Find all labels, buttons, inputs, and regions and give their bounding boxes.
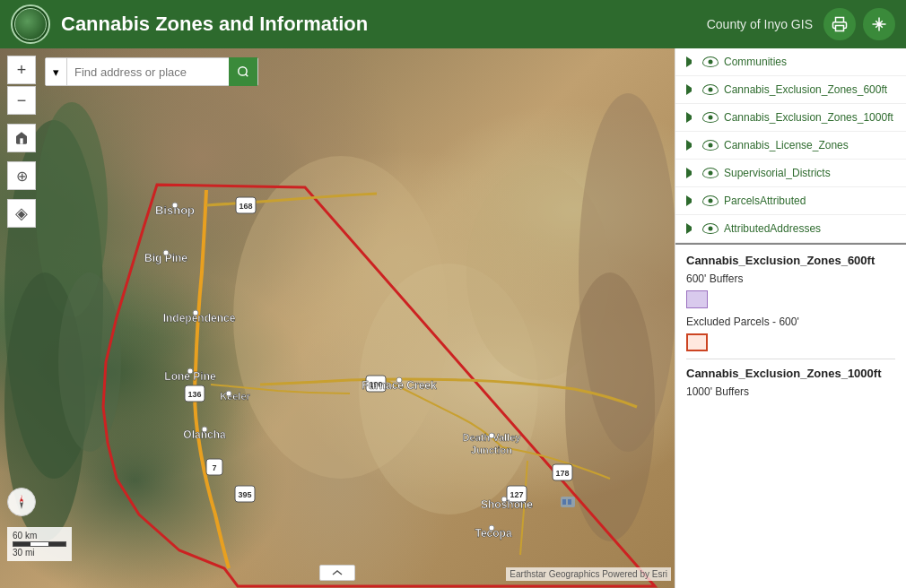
- legend-item-excluded600: [686, 333, 895, 351]
- svg-text:168: 168: [239, 202, 252, 211]
- layer-name-supervisorial: Supervisorial_Districts: [724, 167, 831, 179]
- layer-name-license: Cannabis_License_Zones: [724, 139, 849, 151]
- svg-text:7: 7: [212, 463, 216, 472]
- layer-visibility-icon: [702, 112, 719, 123]
- map-area[interactable]: 136 395 168 190 178 127 7 Bishop Big Pin…: [0, 48, 675, 588]
- scale-bar: 60 km 30 mi: [7, 527, 72, 561]
- layer-expand-icon: [686, 84, 697, 95]
- legend-excluded600-label: Excluded Parcels - 600': [686, 316, 895, 328]
- print-button[interactable]: [823, 8, 856, 40]
- svg-text:136: 136: [187, 390, 201, 399]
- layer-visibility-icon: [702, 56, 719, 67]
- measure-button[interactable]: [863, 8, 895, 40]
- legend-swatch-red-outline: [686, 333, 708, 351]
- header-actions: [823, 8, 895, 40]
- app-logo: [11, 4, 50, 44]
- north-arrow: N: [7, 488, 36, 516]
- svg-rect-0: [836, 26, 844, 31]
- svg-text:395: 395: [238, 490, 251, 499]
- layer-name-communities: Communities: [724, 56, 787, 68]
- zoom-in-button[interactable]: +: [7, 56, 36, 84]
- svg-line-50: [246, 74, 248, 77]
- svg-point-42: [396, 377, 402, 383]
- zoom-out-button[interactable]: −: [7, 86, 36, 115]
- logo-seal: [14, 8, 47, 40]
- layer-name-exclusion600: Cannabis_Exclusion_Zones_600ft: [724, 83, 887, 96]
- layer-expand-icon: [686, 223, 697, 234]
- layer-item-license[interactable]: Cannabis_License_Zones: [675, 132, 906, 160]
- legend-panel: Cannabis_Exclusion_Zones_600ft 600' Buff…: [675, 245, 906, 588]
- layer-visibility-icon: [702, 223, 719, 234]
- layer-item-addresses[interactable]: AttributedAddresses: [675, 215, 906, 243]
- svg-point-36: [172, 203, 178, 208]
- layer-item-supervisorial[interactable]: Supervisorial_Districts: [675, 160, 906, 187]
- svg-point-39: [187, 368, 193, 374]
- scale-mi-label: 30 mi: [13, 548, 66, 558]
- search-bar: ▾: [45, 57, 258, 86]
- svg-point-44: [501, 497, 507, 502]
- main-layout: 136 395 168 190 178 127 7 Bishop Big Pin…: [0, 48, 906, 588]
- svg-text:178: 178: [555, 469, 569, 478]
- layer-visibility-icon: [702, 140, 719, 151]
- svg-text:N: N: [20, 495, 23, 500]
- compass-button[interactable]: ◈: [7, 199, 36, 228]
- svg-text:Independence: Independence: [163, 312, 236, 324]
- svg-point-40: [226, 391, 231, 396]
- legend-swatch-purple: [686, 290, 708, 308]
- layer-visibility-icon: [702, 168, 719, 178]
- scale-km-label: 60 km: [13, 531, 66, 540]
- search-button[interactable]: [229, 57, 257, 86]
- svg-rect-48: [568, 499, 571, 505]
- map-overlay: 136 395 168 190 178 127 7 Bishop Big Pin…: [0, 48, 675, 588]
- svg-point-49: [239, 67, 247, 75]
- layer-expand-icon: [686, 56, 697, 67]
- chevron-down-icon: ▾: [53, 65, 59, 79]
- locate-button[interactable]: ⊕: [7, 161, 36, 190]
- svg-point-45: [489, 525, 494, 531]
- layer-list: Communities Cannabis_Exclusion_Zones_600…: [675, 48, 906, 245]
- legend-item-buffers600: [686, 290, 895, 308]
- layer-expand-icon: [686, 168, 697, 178]
- layer-item-exclusion1000[interactable]: Cannabis_Exclusion_Zones_1000ft: [675, 104, 906, 132]
- layer-expand-icon: [686, 140, 697, 151]
- svg-rect-47: [562, 499, 566, 505]
- layer-item-communities[interactable]: Communities: [675, 48, 906, 76]
- layer-item-exclusion600[interactable]: Cannabis_Exclusion_Zones_600ft: [675, 76, 906, 104]
- svg-point-43: [489, 433, 494, 438]
- layer-name-parcels: ParcelsAttributed: [724, 195, 806, 207]
- layer-expand-icon: [686, 195, 697, 206]
- legend-buffers600-label: 600' Buffers: [686, 272, 895, 285]
- svg-marker-52: [20, 502, 23, 509]
- home-button[interactable]: [7, 124, 36, 152]
- svg-point-37: [163, 250, 169, 255]
- layer-name-exclusion1000: Cannabis_Exclusion_Zones_1000ft: [724, 111, 893, 124]
- search-dropdown[interactable]: ▾: [46, 58, 67, 85]
- svg-text:Junction: Junction: [471, 445, 512, 455]
- layer-item-parcels[interactable]: ParcelsAttributed: [675, 187, 906, 215]
- layer-name-addresses: AttributedAddresses: [724, 222, 821, 235]
- collapse-map-button[interactable]: [319, 565, 355, 581]
- map-controls: + − ⊕ ◈: [7, 56, 36, 228]
- app-title: Cannabis Zones and Information: [61, 13, 682, 36]
- layer-visibility-icon: [702, 84, 719, 95]
- layer-panel: Communities Cannabis_Exclusion_Zones_600…: [675, 48, 906, 588]
- legend-section2-title: Cannabis_Exclusion_Zones_1000ft: [686, 367, 895, 380]
- svg-point-4: [58, 272, 121, 452]
- search-input[interactable]: [67, 58, 229, 85]
- app-header: Cannabis Zones and Information County of…: [0, 0, 906, 48]
- svg-point-38: [193, 310, 198, 316]
- svg-point-41: [202, 427, 207, 432]
- legend-divider: [686, 359, 895, 359]
- map-attribution: Earthstar Geographics Powered by Esri: [506, 567, 671, 581]
- legend-section1-title: Cannabis_Exclusion_Zones_600ft: [686, 254, 895, 267]
- legend-buffers1000-label: 1000' Buffers: [686, 385, 895, 398]
- layer-expand-icon: [686, 112, 697, 123]
- app-subtitle: County of Inyo GIS: [707, 17, 813, 31]
- svg-text:Keeler: Keeler: [220, 391, 250, 402]
- layer-visibility-icon: [702, 195, 719, 206]
